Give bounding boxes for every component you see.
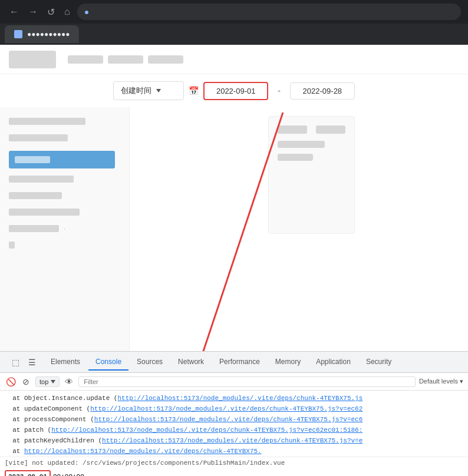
nav-item-blurred-1 <box>68 55 103 64</box>
devtools-panel: ⬚ ☰ Elements Console Sources Network Per… <box>0 351 468 476</box>
calendar-icon: 📅 <box>189 86 199 95</box>
nav-item-blurred-3 <box>148 55 183 64</box>
sidebar-row-1 <box>0 113 129 130</box>
date-filter-row: 创建时间 📅 2022-09-01 - 2022-09-28 <box>0 74 468 107</box>
sidebar-row-7 <box>0 237 129 253</box>
clear-console-icon[interactable]: 🚫 <box>5 376 17 388</box>
dropdown-arrow-icon <box>156 89 161 92</box>
console-link-2[interactable]: http://localhost:5173/node_modules/.vite… <box>90 405 362 412</box>
sidebar-bullet <box>9 242 15 249</box>
console-line-6: at http://localhost:5173/node_modules/.v… <box>0 446 468 457</box>
console-line-1: at Object.Instance.update (http://localh… <box>0 393 468 404</box>
console-output: at Object.Instance.update (http://localh… <box>0 391 468 476</box>
context-label: top <box>39 378 48 385</box>
console-toolbar: 🚫 ⊘ top 👁 Default levels ▾ <box>0 373 468 391</box>
console-link-3[interactable]: http://localhost:5173/node_modules/.vite… <box>94 416 362 423</box>
page-content: 创建时间 📅 2022-09-01 - 2022-09-28 <box>0 45 468 351</box>
console-filter-input[interactable] <box>78 376 416 387</box>
tab-sources[interactable]: Sources <box>130 354 170 371</box>
sidebar-text-6 <box>9 225 59 232</box>
reload-button[interactable]: ↺ <box>45 4 57 20</box>
tab-favicon <box>14 30 22 38</box>
tab-elements[interactable]: Elements <box>44 354 87 371</box>
tab-memory[interactable]: Memory <box>268 354 308 371</box>
tab-console[interactable]: Console <box>88 354 128 371</box>
loading-indicator: ● <box>84 7 89 16</box>
console-link-1[interactable]: http://localhost:5173/node_modules/.vite… <box>117 395 362 402</box>
console-link-5[interactable]: http://localhost:5173/node_modules/.vite… <box>102 437 362 444</box>
sidebar-row-5 <box>0 204 129 220</box>
tab-title: ●●●●●●●●●● <box>27 30 70 38</box>
sidebar-text-3 <box>9 176 74 183</box>
tab-bar: ●●●●●●●●●● <box>0 24 468 45</box>
sidebar-text-5 <box>9 209 80 216</box>
sidebar-text-1 <box>9 118 85 125</box>
nav-item-blurred-2 <box>108 55 143 64</box>
back-button[interactable]: ← <box>7 4 21 19</box>
browser-tab[interactable]: ●●●●●●●●●● <box>5 25 79 43</box>
sidebar-row-3 <box>0 171 129 187</box>
page-sections: · <box>0 107 468 349</box>
date-separator: - <box>273 86 285 95</box>
console-highlighted-date-line: 2022-09-01 00:00:00 <box>0 469 468 476</box>
default-levels-label[interactable]: Default levels ▾ <box>419 378 463 385</box>
devtools-left-icons: ⬚ ☰ <box>5 356 42 368</box>
sidebar-row-6: · <box>0 220 129 237</box>
page-sidebar: · <box>0 107 130 351</box>
page-header <box>0 45 468 74</box>
row-text-1 <box>278 141 325 148</box>
sidebar-text-4 <box>9 192 62 199</box>
sidebar-blue-text <box>15 156 50 163</box>
console-link-4[interactable]: http://localhost:5173/node_modules/.vite… <box>51 427 362 434</box>
tab-application[interactable]: Application <box>309 354 358 371</box>
context-dropdown-icon <box>51 380 55 384</box>
date-end-input[interactable]: 2022-09-28 <box>290 82 355 100</box>
inspect-element-icon[interactable]: ⬚ <box>9 356 21 368</box>
console-highlighted-date: 2022-09-01 <box>5 470 51 476</box>
devtools-tab-bar: ⬚ ☰ Elements Console Sources Network Per… <box>0 352 468 373</box>
tab-network[interactable]: Network <box>171 354 211 371</box>
device-toolbar-icon[interactable]: ☰ <box>26 356 38 368</box>
date-start-input[interactable]: 2022-09-01 <box>203 82 268 100</box>
date-type-dropdown[interactable]: 创建时间 <box>113 81 184 100</box>
date-type-label: 创建时间 <box>121 85 151 96</box>
console-line-4: at patch (http://localhost:5173/node_mod… <box>0 425 468 435</box>
console-line-5: at patchKeyedChildren (http://localhost:… <box>0 435 468 446</box>
content-item-1 <box>278 125 307 134</box>
console-vite-line: [vite] not updated: /src/views/projects/… <box>0 457 468 469</box>
console-context-select[interactable]: top <box>35 376 60 387</box>
console-filter-eye-icon[interactable]: 👁 <box>63 376 75 388</box>
sidebar-text-2 <box>9 134 68 141</box>
console-line-3: at processComponent (http://localhost:51… <box>0 414 468 425</box>
sidebar-dot: · <box>64 226 65 232</box>
logo-blurred <box>9 51 56 68</box>
browser-chrome: ← → ↺ ⌂ ● <box>0 0 468 24</box>
sidebar-row-4 <box>0 187 129 204</box>
tab-performance[interactable]: Performance <box>212 354 267 371</box>
main-content-area <box>259 107 364 351</box>
row-text-2 <box>278 154 313 161</box>
home-button[interactable]: ⌂ <box>62 4 72 19</box>
sidebar-row-2 <box>0 130 129 146</box>
preserve-log-icon[interactable]: ⊘ <box>20 376 32 388</box>
console-link-6[interactable]: http://localhost:5173/node_modules/.vite… <box>24 448 262 455</box>
forward-button[interactable]: → <box>26 4 40 19</box>
console-line-2: at updateComponent (http://localhost:517… <box>0 404 468 414</box>
tab-security[interactable]: Security <box>359 354 398 371</box>
content-item-2 <box>316 125 345 134</box>
console-date-time-1: 00:00:00 <box>53 472 84 476</box>
address-bar[interactable]: ● <box>77 4 461 20</box>
